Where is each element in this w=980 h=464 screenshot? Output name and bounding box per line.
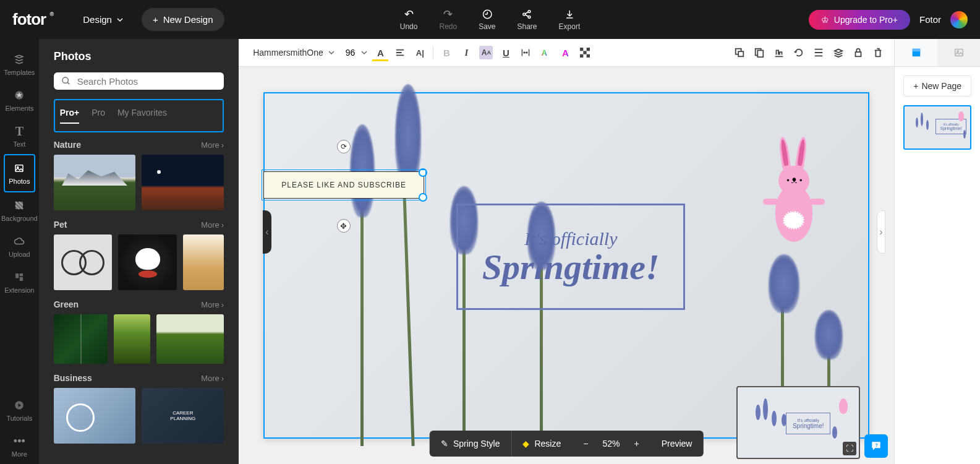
more-label: More (201, 300, 219, 309)
position-button[interactable] (733, 46, 746, 59)
right-tabs (895, 39, 980, 67)
design-dropdown[interactable]: Design (83, 14, 123, 25)
font-select[interactable]: HammersmithOne (248, 48, 339, 58)
photo-thumb[interactable] (54, 234, 113, 290)
preview-button[interactable]: Preview (650, 431, 704, 457)
export-button[interactable]: Export (559, 8, 581, 31)
more-link[interactable]: More› (201, 374, 224, 383)
letter-spacing-button[interactable] (519, 46, 532, 59)
images-tab[interactable] (937, 39, 980, 66)
help-button[interactable]: ? (864, 434, 888, 458)
more-link[interactable]: More› (201, 220, 224, 230)
photo-thumb[interactable] (142, 155, 224, 210)
user-name[interactable]: Fotor (919, 14, 941, 25)
svg-text:A: A (542, 49, 547, 58)
tab-pro[interactable]: Pro (92, 108, 105, 124)
upload-icon (12, 234, 26, 248)
bunny-graphic[interactable]: • ᴥ • (763, 140, 825, 251)
tutorials-icon (12, 398, 26, 412)
new-page-button[interactable]: + New Page (903, 75, 971, 97)
canvas-area: HammersmithOne 96 A A| B I AA U A A (239, 39, 894, 464)
search-box[interactable] (54, 72, 224, 90)
photo-thumb[interactable] (54, 155, 136, 210)
bold-button[interactable]: B (440, 46, 453, 59)
pages-tab[interactable] (895, 39, 937, 66)
rail-label: Tutorials (6, 415, 32, 422)
delete-button[interactable] (871, 46, 885, 59)
rail-background[interactable]: Background (0, 192, 39, 228)
right-panel-expand[interactable]: › (877, 210, 885, 254)
move-handle[interactable]: ✥ (337, 219, 351, 233)
undo-button[interactable]: ↶ Undo (400, 8, 418, 31)
text-gradient-button[interactable]: A (558, 46, 572, 59)
rail-elements[interactable]: Elements (0, 82, 39, 118)
lock-button[interactable] (851, 46, 865, 59)
rail-text[interactable]: T Text (0, 118, 39, 154)
photo-thumb[interactable] (156, 314, 224, 364)
transparency-button[interactable] (578, 46, 592, 59)
rotate-button[interactable] (792, 46, 806, 59)
style-button[interactable]: ✎ Spring Style (430, 431, 511, 457)
zoom-in-button[interactable]: + (623, 431, 650, 457)
distribute-button[interactable] (812, 46, 825, 59)
redo-button[interactable]: ↷ Redo (439, 8, 457, 31)
rail-templates[interactable]: Templates (0, 46, 39, 82)
photo-thumb[interactable] (118, 234, 177, 290)
font-size-select[interactable]: 96 (346, 48, 368, 58)
photo-thumb[interactable] (114, 314, 150, 364)
app-body: Templates Elements T Text Photos Backgro… (0, 39, 980, 464)
undo-icon: ↶ (403, 8, 415, 20)
rotate-handle[interactable]: ⟳ (337, 140, 351, 153)
more-link[interactable]: More› (201, 300, 224, 309)
banner-element[interactable]: ⟳ ✥ PLEASE LIKE AND SUBSCRIBE (263, 171, 424, 199)
share-button[interactable]: Share (518, 8, 537, 31)
align-button[interactable] (393, 46, 407, 59)
align-objects-button[interactable] (772, 46, 786, 59)
italic-button[interactable]: I (459, 46, 473, 59)
more-icon: ••• (12, 434, 26, 448)
photo-thumb[interactable] (183, 234, 224, 290)
save-button[interactable]: Save (479, 8, 495, 31)
background-icon (12, 199, 26, 212)
photo-thumb[interactable] (54, 314, 108, 364)
new-design-button[interactable]: + New Design (142, 8, 224, 31)
user-avatar[interactable] (950, 11, 968, 28)
photo-thumb[interactable]: CAREERPLANNING (142, 388, 224, 444)
chevron-right-icon: › (221, 374, 224, 383)
minimap-expand-button[interactable]: ⛶ (843, 442, 856, 455)
rail-more[interactable]: ••• More (0, 428, 39, 464)
text-color-button[interactable]: A (373, 46, 387, 59)
more-link[interactable]: More› (201, 140, 224, 150)
rail-extension[interactable]: Extension (0, 264, 39, 300)
panel-collapse-button[interactable]: ‹ (263, 210, 271, 254)
zoom-level[interactable]: 52% (599, 431, 623, 457)
minimap[interactable]: It's officiallySpringtime! ⛶ (736, 386, 860, 459)
rail-label: Background (1, 215, 38, 222)
text-case-button[interactable]: A| (413, 46, 427, 59)
svg-rect-15 (587, 48, 590, 51)
upgrade-button[interactable]: ♔ Upgrade to Pro+ (809, 10, 910, 30)
more-label: More (201, 374, 219, 383)
underline-button[interactable]: U (499, 46, 513, 59)
rail-label: Extension (4, 286, 34, 294)
text-frame[interactable]: It's officially Springtime! (456, 204, 685, 310)
photo-thumb[interactable] (54, 388, 136, 444)
new-page-label: New Page (921, 81, 961, 91)
chevron-down-icon (328, 49, 334, 56)
style-label: Spring Style (453, 439, 500, 449)
zoom-out-button[interactable]: − (572, 431, 599, 457)
copy-button[interactable] (752, 46, 766, 59)
tab-favorites[interactable]: My Favorites (117, 108, 167, 124)
layers-button[interactable] (832, 46, 845, 59)
font-case-button[interactable]: AA (479, 46, 493, 59)
rail-upload[interactable]: Upload (0, 228, 39, 264)
resize-button[interactable]: ◆ Resize (511, 431, 572, 457)
page-thumbnail[interactable]: It's officiallySpringtime! (903, 105, 971, 150)
resize-label: Resize (534, 439, 561, 449)
rail-photos[interactable]: Photos (4, 154, 35, 192)
search-input[interactable] (77, 76, 217, 87)
chevron-down-icon (117, 17, 123, 23)
text-effect-button[interactable]: A (539, 46, 552, 59)
rail-tutorials[interactable]: Tutorials (0, 392, 39, 428)
tab-pro-plus[interactable]: Pro+ (60, 108, 80, 124)
